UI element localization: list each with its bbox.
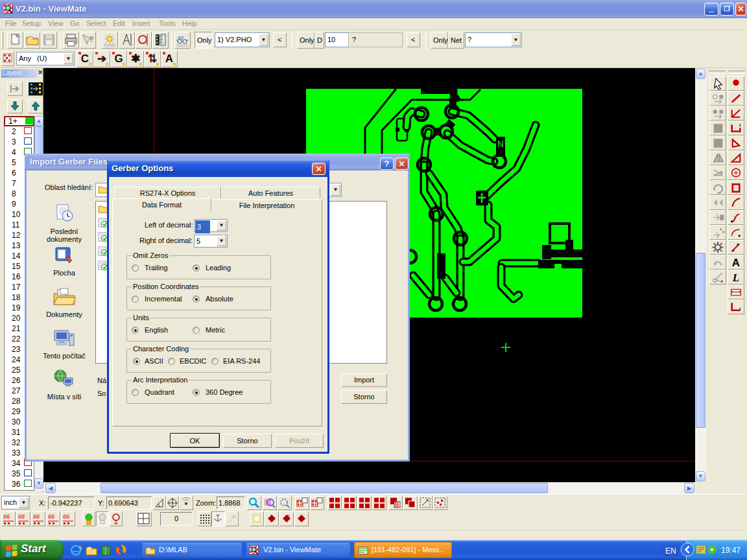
svg-text:66: 66 bbox=[178, 35, 184, 41]
svg-text:66: 66 bbox=[48, 513, 54, 520]
svg-text:66: 66 bbox=[33, 513, 40, 520]
svg-text:A: A bbox=[732, 257, 740, 269]
svg-text:66: 66 bbox=[3, 513, 10, 520]
svg-text:L: L bbox=[732, 272, 739, 284]
svg-text:?: ? bbox=[89, 34, 94, 44]
svg-text:66: 66 bbox=[63, 513, 69, 520]
svg-text:66: 66 bbox=[18, 513, 25, 520]
svg-text:s: s bbox=[287, 513, 290, 518]
